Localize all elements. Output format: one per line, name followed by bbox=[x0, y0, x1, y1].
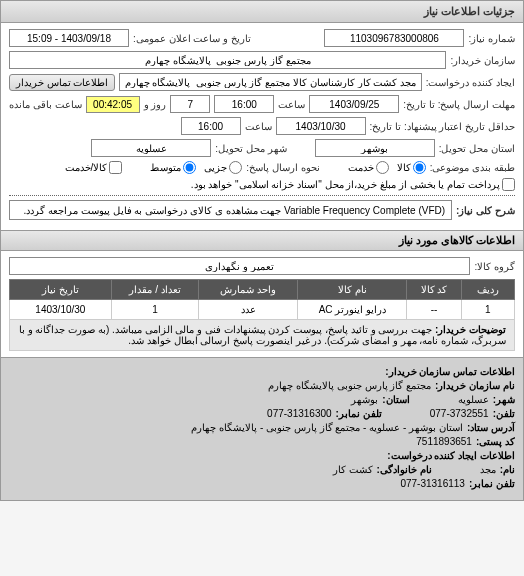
phone-label: تلفن: bbox=[493, 408, 515, 419]
cell-unit: عدد bbox=[199, 300, 298, 320]
goods-section: گروه کالا: ردیف کد کالا نام کالا واحد شم… bbox=[1, 251, 523, 357]
th-qty: تعداد / مقدار bbox=[111, 280, 199, 300]
time-remaining: 00:42:05 bbox=[86, 96, 140, 113]
request-no-field[interactable] bbox=[324, 29, 464, 47]
th-date: تاریخ نیاز bbox=[10, 280, 112, 300]
table-header-row: ردیف کد کالا نام کالا واحد شمارش تعداد /… bbox=[10, 280, 515, 300]
cell-date: 1403/10/30 bbox=[10, 300, 112, 320]
form-section: شماره نیاز: تاریخ و ساعت اعلان عمومی: سا… bbox=[1, 23, 523, 230]
group-label: گروه کالا: bbox=[474, 261, 515, 272]
creator-fax-val: 077-31316113 bbox=[400, 478, 465, 489]
deadline-time-field[interactable] bbox=[214, 95, 274, 113]
notes-cell: توضیحات خریدار: جهت بررسی و تائید پاسخ، … bbox=[10, 320, 515, 351]
contact-info-button[interactable]: اطلاعات تماس خریدار bbox=[9, 74, 115, 91]
radio-goods[interactable]: کالا bbox=[397, 161, 426, 174]
delivery-city-label: شهر محل تحویل: bbox=[215, 143, 286, 154]
reply-method-label: نحوه ارسال پاسخ: bbox=[246, 162, 319, 173]
time-label-2: ساعت bbox=[245, 121, 272, 132]
creator-label: ایجاد کننده درخواست: bbox=[426, 77, 515, 88]
goods-section-title: اطلاعات کالاهای مورد نیاز bbox=[1, 230, 523, 251]
phone-val: 077-3732551 bbox=[430, 408, 489, 419]
validity-label: حداقل تاریخ اعتبار پیشنهاد: تا تاریخ: bbox=[370, 121, 515, 132]
desc-label: شرح کلی نیاز: bbox=[456, 205, 515, 216]
deadline-label: مهلت ارسال پاسخ: تا تاریخ: bbox=[403, 99, 515, 110]
radio-normal[interactable]: متوسط bbox=[150, 161, 196, 174]
org-label: نام سازمان خریدار: bbox=[435, 380, 515, 391]
th-unit: واحد شمارش bbox=[199, 280, 298, 300]
delivery-city-field[interactable] bbox=[91, 139, 211, 157]
cell-name: درایو اینورتر AC bbox=[298, 300, 407, 320]
state-label: استان: bbox=[382, 394, 409, 405]
notes-row: توضیحات خریدار: جهت بررسی و تائید پاسخ، … bbox=[10, 320, 515, 351]
th-row: ردیف bbox=[461, 280, 514, 300]
creator-name-label: نام: bbox=[500, 464, 515, 475]
credit-checkbox-input[interactable] bbox=[502, 178, 515, 191]
city-label: شهر: bbox=[493, 394, 515, 405]
contact-title: اطلاعات تماس سازمان خریدار: bbox=[385, 366, 515, 377]
page-header: جزئیات اطلاعات نیاز bbox=[1, 1, 523, 23]
radio-service[interactable]: خدمت bbox=[348, 161, 389, 174]
pub-date-label: تاریخ و ساعت اعلان عمومی: bbox=[133, 33, 251, 44]
radio-service-input[interactable] bbox=[376, 161, 389, 174]
th-name: نام کالا bbox=[298, 280, 407, 300]
fax-label: تلفن نمابر: bbox=[336, 408, 382, 419]
radio-normal-input[interactable] bbox=[183, 161, 196, 174]
deadline-date-field[interactable] bbox=[309, 95, 399, 113]
days-remain-field[interactable] bbox=[170, 95, 210, 113]
creator-family-val: کشت کار bbox=[333, 464, 373, 475]
days-label: روز و bbox=[144, 99, 167, 110]
table-row[interactable]: 1 -- درایو اینورتر AC عدد 1 1403/10/30 bbox=[10, 300, 515, 320]
radio-partial[interactable]: جزیی bbox=[204, 161, 242, 174]
th-code: کد کالا bbox=[407, 280, 461, 300]
cell-qty: 1 bbox=[111, 300, 199, 320]
radio-goods-input[interactable] bbox=[413, 161, 426, 174]
validity-time-field[interactable] bbox=[181, 117, 241, 135]
group-field[interactable] bbox=[9, 257, 470, 275]
address-label: آدرس ستاد: bbox=[467, 422, 515, 433]
goods-table: ردیف کد کالا نام کالا واحد شمارش تعداد /… bbox=[9, 279, 515, 351]
credit-note: پرداخت تمام یا بخشی از مبلغ خرید،از محل … bbox=[191, 179, 500, 190]
creator-title: اطلاعات ایجاد کننده درخواست: bbox=[387, 450, 515, 461]
time-label-1: ساعت bbox=[278, 99, 305, 110]
notes-label: توضیحات خریدار: bbox=[435, 324, 506, 335]
creator-fax-label: تلفن نمابر: bbox=[469, 478, 515, 489]
city-val: عسلویه bbox=[458, 394, 489, 405]
address-val: استان بوشهر - عسلویه - مجتمع گاز پارس جن… bbox=[191, 422, 463, 433]
state-val: بوشهر bbox=[351, 394, 378, 405]
radio-partial-input[interactable] bbox=[229, 161, 242, 174]
org-val: مجتمع گاز پارس جنوبی پالایشگاه چهارم bbox=[268, 380, 431, 391]
reply-radio-group: جزیی متوسط bbox=[150, 161, 242, 174]
budget-label: طبقه بندی موضوعی: bbox=[430, 162, 515, 173]
type-radio-group: کالا خدمت bbox=[348, 161, 426, 174]
buyer-org-field[interactable] bbox=[9, 51, 446, 69]
main-container: جزئیات اطلاعات نیاز شماره نیاز: تاریخ و … bbox=[0, 0, 524, 501]
fax-val: 077-31316300 bbox=[267, 408, 332, 419]
creator-family-label: نام خانوادگی: bbox=[377, 464, 432, 475]
page-title: جزئیات اطلاعات نیاز bbox=[424, 5, 515, 17]
postal-val: 7511893651 bbox=[416, 436, 472, 447]
validity-date-field[interactable] bbox=[276, 117, 366, 135]
desc-field[interactable] bbox=[9, 200, 452, 220]
pub-date-field[interactable] bbox=[9, 29, 129, 47]
sms-checkbox[interactable]: کالا/خدمت bbox=[65, 161, 123, 174]
divider bbox=[9, 195, 515, 196]
delivery-state-label: استان محل تحویل: bbox=[439, 143, 515, 154]
request-no-label: شماره نیاز: bbox=[468, 33, 515, 44]
notes-text: جهت بررسی و تائید پاسخ، پیوست کردن پیشنه… bbox=[19, 324, 506, 346]
postal-label: کد پستی: bbox=[476, 436, 515, 447]
cell-row: 1 bbox=[461, 300, 514, 320]
delivery-state-field[interactable] bbox=[315, 139, 435, 157]
contact-section: اطلاعات تماس سازمان خریدار: نام سازمان خ… bbox=[1, 357, 523, 500]
creator-field[interactable] bbox=[119, 73, 422, 91]
credit-checkbox[interactable]: پرداخت تمام یا بخشی از مبلغ خرید،از محل … bbox=[191, 178, 515, 191]
remain-label: ساعت باقی مانده bbox=[9, 99, 82, 110]
cell-code: -- bbox=[407, 300, 461, 320]
creator-name-val: مجد bbox=[480, 464, 496, 475]
buyer-org-label: سازمان خریدار: bbox=[450, 55, 515, 66]
sms-checkbox-input[interactable] bbox=[109, 161, 122, 174]
